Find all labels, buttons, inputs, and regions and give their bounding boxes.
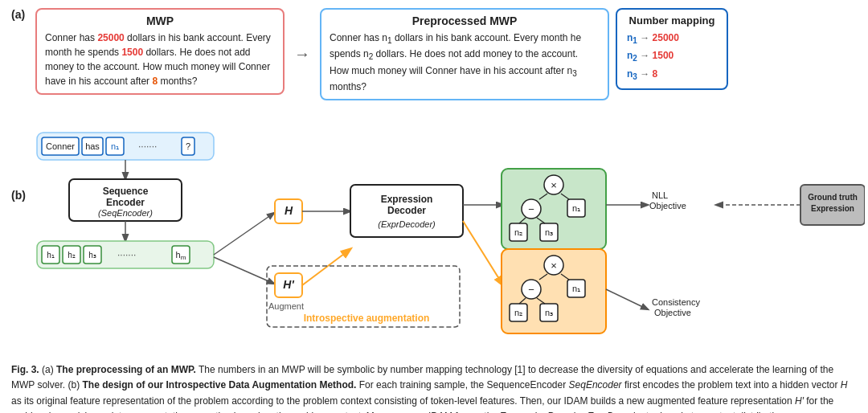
preprocessed-mwp-box: Preprocessed MWP Conner has n1 dollars i… [320, 8, 609, 100]
svg-text:Augment: Augment [268, 301, 304, 311]
svg-text:−: − [528, 284, 534, 296]
svg-text:−: − [528, 203, 534, 215]
caption-fig-label: Fig. 3. [11, 364, 39, 375]
svg-text:n₁: n₁ [572, 284, 580, 293]
svg-text:h₂: h₂ [68, 251, 76, 260]
svg-text:Decoder: Decoder [387, 205, 426, 216]
svg-text:(SeqEncoder): (SeqEncoder) [98, 208, 153, 218]
svg-text:Ground truth: Ground truth [808, 193, 858, 202]
mwp-num2: 1500 [121, 47, 143, 58]
svg-text:(ExprDecoder): (ExprDecoder) [378, 219, 436, 229]
svg-text:Expression: Expression [811, 204, 854, 213]
mwp-text: Conner has 25000 dollars in his bank acc… [45, 31, 275, 88]
svg-text:h₃: h₃ [88, 251, 96, 260]
svg-text:H': H' [283, 278, 294, 291]
section-b-label: (b) [11, 189, 26, 202]
mwp-title: MWP [45, 14, 275, 27]
svg-text:Sequence: Sequence [103, 186, 149, 197]
svg-text:n₁: n₁ [111, 141, 119, 151]
svg-text:Conner: Conner [46, 141, 75, 151]
svg-text:Encoder: Encoder [106, 197, 145, 208]
svg-text:Consistency: Consistency [652, 297, 700, 307]
svg-text:Expression: Expression [381, 194, 433, 205]
caption-a-intro: (a) The preprocessing of an MWP. The num… [11, 364, 847, 413]
svg-text:·······: ······· [117, 249, 136, 260]
svg-line-27 [214, 257, 274, 284]
svg-text:×: × [551, 260, 557, 272]
arrow-mwp-to-preprocessed: → [291, 45, 313, 63]
svg-text:Objective: Objective [649, 201, 686, 211]
section-a: (a) MWP Conner has 25000 dollars in his … [11, 8, 857, 100]
mwp-num3: 8 [152, 76, 158, 87]
mapping-row-2: n2 → 1500 [627, 47, 717, 65]
svg-text:Introspective augmentation: Introspective augmentation [304, 313, 430, 324]
mwp-box: MWP Conner has 25000 dollars in his bank… [35, 8, 285, 95]
number-mapping-title: Number mapping [627, 14, 717, 27]
svg-text:n₁: n₁ [572, 203, 580, 213]
number-mapping-box: Number mapping n1 → 25000 n2 → 1500 n3 →… [616, 8, 728, 90]
svg-line-74 [606, 289, 648, 309]
main-container: (a) MWP Conner has 25000 dollars in his … [0, 0, 868, 413]
diagram-b: Conner has n₁ ······· ? Sequence Encoder… [29, 108, 865, 358]
svg-text:·······: ······· [138, 141, 157, 152]
svg-text:NLL: NLL [652, 190, 668, 200]
svg-text:?: ? [186, 141, 190, 151]
section-a-label: (a) [11, 8, 26, 21]
preprocessed-title: Preprocessed MWP [330, 14, 600, 27]
svg-text:n₂: n₂ [514, 308, 522, 317]
svg-line-26 [214, 213, 274, 255]
mapping-row-1: n1 → 25000 [627, 30, 717, 47]
svg-line-34 [302, 249, 350, 285]
svg-text:n₃: n₃ [545, 227, 553, 237]
svg-text:has: has [85, 141, 100, 151]
svg-line-42 [463, 221, 503, 285]
mwp-num1: 25000 [97, 32, 124, 43]
preprocessed-text: Conner has n1 dollars in his bank accoun… [330, 31, 600, 94]
svg-text:×: × [551, 179, 557, 191]
svg-text:n₃: n₃ [545, 308, 553, 317]
svg-text:Objective: Objective [654, 308, 691, 317]
svg-text:h₁: h₁ [47, 251, 55, 260]
svg-text:n₂: n₂ [514, 227, 522, 237]
mapping-row-3: n3 → 8 [627, 66, 717, 84]
caption: Fig. 3. (a) The preprocessing of an MWP.… [11, 362, 857, 413]
svg-text:H: H [285, 204, 293, 217]
section-b: (b) Conner has n₁ ······· ? [11, 108, 857, 358]
diagram-svg: Conner has n₁ ······· ? Sequence Encoder… [29, 108, 865, 358]
